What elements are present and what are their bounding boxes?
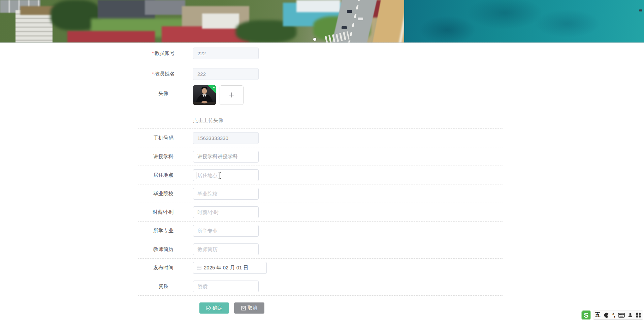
- hourly-input[interactable]: [193, 206, 259, 218]
- ibeam-cursor: [218, 172, 222, 179]
- plus-icon: +: [229, 90, 235, 100]
- publish-date-picker[interactable]: 2025 年 02 月 01 日: [193, 262, 267, 274]
- required-asterisk: *: [152, 51, 154, 56]
- phone-input[interactable]: [193, 132, 259, 144]
- name-label: *教员姓名: [138, 71, 189, 77]
- form-row-name: *教员姓名: [138, 64, 503, 84]
- avatar-upload-button[interactable]: +: [220, 85, 244, 105]
- school-label: 毕业院校: [138, 191, 189, 197]
- dark-mode-moon-icon[interactable]: [604, 312, 609, 318]
- punctuation-mode-button[interactable]: °,: [612, 312, 615, 318]
- publish-date-value: 2025 年 02 月 01 日: [204, 265, 249, 271]
- form-row-hourly: 时薪/小时: [138, 203, 503, 222]
- keyboard-icon[interactable]: [618, 313, 625, 318]
- subject-input[interactable]: [193, 151, 259, 163]
- form-row-residence: 居住地点: [138, 166, 503, 184]
- form-row-account: *教员账号: [138, 43, 503, 64]
- major-input[interactable]: [193, 225, 259, 237]
- form-row-qualification: 资质: [138, 277, 503, 296]
- publish-date-label: 发布时间: [138, 265, 189, 271]
- form-row-resume: 教师简历: [138, 240, 503, 259]
- wubi-mode-button[interactable]: 五: [595, 312, 601, 319]
- qualification-input[interactable]: [193, 281, 259, 292]
- avatar-label: 头像: [138, 90, 189, 97]
- school-input[interactable]: [193, 188, 259, 200]
- subject-label: 讲授学科: [138, 153, 189, 160]
- upload-hint-text: 点击上传头像: [193, 117, 244, 124]
- calendar-icon: [197, 265, 201, 270]
- avatar-thumbnail[interactable]: ✓: [193, 85, 216, 105]
- residence-input[interactable]: [193, 169, 259, 181]
- name-input[interactable]: [193, 68, 259, 80]
- form-row-avatar: 头像: [138, 84, 503, 129]
- carousel-active-dot[interactable]: [313, 38, 316, 41]
- form-row-publish-date: 发布时间 2025 年 02 月 01 日: [138, 259, 503, 277]
- sogou-logo-icon[interactable]: S: [581, 310, 591, 320]
- major-label: 所学专业: [138, 228, 189, 234]
- text-caret: [196, 172, 196, 179]
- ime-toolbar: S 五 °,: [581, 310, 643, 320]
- required-asterisk: *: [152, 71, 154, 77]
- hourly-label: 时薪/小时: [138, 209, 189, 215]
- form-row-subject: 讲授学科: [138, 147, 503, 166]
- residence-label: 居住地点: [138, 172, 189, 178]
- confirm-button[interactable]: 确定: [199, 302, 229, 314]
- account-label: *教员账号: [138, 50, 189, 57]
- ime-statusbar: 五 °,: [593, 311, 643, 320]
- box-x-icon: [241, 306, 246, 311]
- cancel-button[interactable]: 取消: [234, 302, 264, 314]
- resume-input[interactable]: [193, 243, 259, 255]
- user-profile-icon[interactable]: [628, 313, 633, 318]
- more-tools-grid-icon[interactable]: [636, 313, 641, 318]
- banner-carousel-photo: [0, 0, 644, 43]
- form-actions: 确定 取消: [138, 296, 503, 314]
- phone-label: 手机号码: [138, 135, 189, 141]
- form-row-school: 毕业院校: [138, 184, 503, 203]
- teacher-edit-form: *教员账号 *教员姓名 头像: [138, 43, 503, 314]
- account-input[interactable]: [193, 48, 259, 59]
- resume-label: 教师简历: [138, 246, 189, 253]
- form-row-phone: 手机号码: [138, 129, 503, 147]
- qualification-label: 资质: [138, 283, 189, 290]
- page: *教员账号 *教员姓名 头像: [0, 0, 644, 321]
- form-row-major: 所学专业: [138, 222, 503, 240]
- circle-check-icon: [206, 305, 211, 311]
